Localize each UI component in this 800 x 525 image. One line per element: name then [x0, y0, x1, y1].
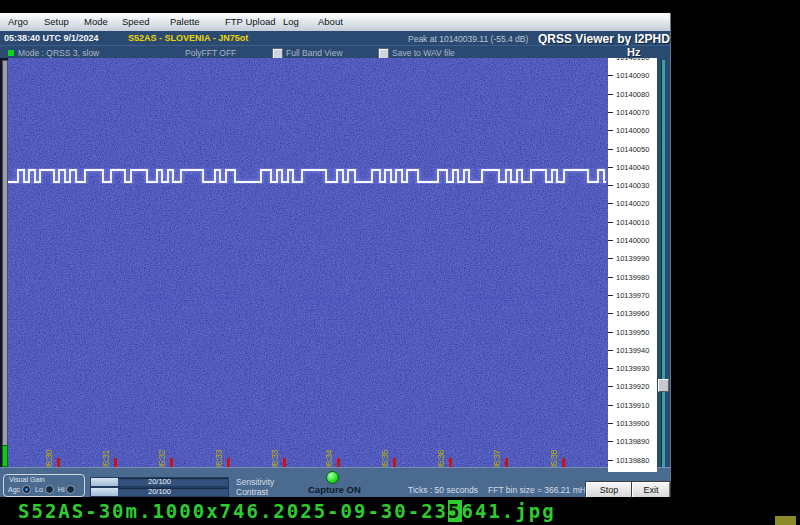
freq-label: 10139970 [616, 291, 649, 300]
freq-tick [608, 258, 613, 259]
menu-item-mode[interactable]: Mode [84, 16, 108, 27]
capture-led-icon [326, 471, 339, 484]
qrss-viewer-window: ArgoSetupModeSpeedPaletteFTP UploadLogAb… [0, 13, 671, 497]
sensitivity-label: Sensitivity [236, 477, 274, 487]
freq-tick [608, 441, 613, 442]
time-tick-mark [393, 458, 396, 467]
freq-label: 10139950 [616, 328, 649, 337]
freq-label: 10139960 [616, 309, 649, 318]
hi-radio[interactable] [66, 485, 75, 494]
frequency-scale: 1014010010140090101400801014007010140060… [608, 58, 657, 472]
ticks-info: Ticks : 50 seconds [408, 485, 478, 495]
freq-label: 10140020 [616, 199, 649, 208]
agc-radio[interactable] [22, 485, 31, 494]
freq-label: 10139930 [616, 364, 649, 373]
freq-tick [608, 405, 613, 406]
freq-label: 10140050 [616, 145, 649, 154]
lo-radio[interactable] [45, 485, 54, 494]
sensitivity-slider[interactable]: 20/100 [90, 477, 229, 487]
freq-tick [608, 185, 613, 186]
frequency-scrollbar-thumb[interactable] [658, 379, 669, 392]
freq-tick [608, 368, 613, 369]
freq-tick [608, 423, 613, 424]
freq-label: 10140080 [616, 90, 649, 99]
mode-active-indicator-icon [8, 50, 14, 56]
freq-tick [608, 130, 613, 131]
frequency-scrollbar-track [661, 60, 665, 468]
freq-label: 10139990 [616, 254, 649, 263]
freq-label: 10139940 [616, 346, 649, 355]
freq-label: 10140090 [616, 71, 649, 80]
freq-tick [608, 75, 613, 76]
contrast-label: Contrast [236, 487, 268, 497]
faint-signal-dash [380, 297, 406, 299]
time-tick-label: 05:36 [436, 438, 449, 467]
time-tick-mark [114, 458, 117, 467]
time-tick-mark [337, 458, 340, 467]
time-tick-mark [227, 458, 230, 467]
menu-item-setup[interactable]: Setup [44, 16, 69, 27]
freq-label: 10139980 [616, 273, 649, 282]
menu-bar: ArgoSetupModeSpeedPaletteFTP UploadLogAb… [0, 13, 670, 32]
time-tick-label: 05:30 [44, 438, 57, 467]
visual-gain-label: Visual Gain [9, 476, 45, 483]
freq-tick [608, 167, 613, 168]
freq-label: 10139920 [616, 382, 649, 391]
freq-label: 10139880 [616, 456, 649, 465]
menu-item-log[interactable]: Log [283, 16, 299, 27]
time-tick-mark [57, 458, 60, 467]
taskbar-fragment [775, 516, 796, 525]
visual-gain-group: Visual Gain Agc Lo Hi [3, 474, 85, 497]
mode-readout: Mode : QRSS 3, slow [18, 48, 99, 58]
freq-label: 10140060 [616, 126, 649, 135]
time-tick-label: 05:34 [324, 438, 337, 467]
terminal-strip: S52AS-30m.1000x746.2025-09-30-235641.jpg [0, 497, 800, 525]
station-callsign: S52AS - SLOVENIA - JN75ot [128, 33, 248, 43]
filename-part1: S52AS-30m.1000x746.2025-09-30-23 [18, 500, 448, 522]
time-tick-label: 05:35 [380, 438, 393, 467]
time-tick-label: 05:37 [492, 438, 505, 467]
freq-tick [608, 295, 613, 296]
filename-part2: 641.jpg [462, 500, 556, 522]
freq-tick [608, 386, 613, 387]
freq-label: 10140030 [616, 181, 649, 190]
freq-label: 10139890 [616, 437, 649, 446]
faint-signal-dash [213, 297, 235, 299]
menu-item-palette[interactable]: Palette [170, 16, 200, 27]
time-tick-label: 05:32 [157, 438, 170, 467]
time-tick-mark [283, 458, 286, 467]
freq-tick [608, 460, 613, 461]
main-area: 05:3005:3105:3205:3305:3305:3405:3505:36… [0, 58, 670, 472]
time-tick-label: 05:33 [214, 438, 227, 467]
time-tick-label: 05:31 [101, 438, 114, 467]
full-band-view-label: Full Band View [286, 48, 343, 58]
frequency-scrollbar[interactable] [657, 58, 669, 472]
time-tick-mark [170, 458, 173, 467]
menu-item-ftp-upload[interactable]: FTP Upload [225, 16, 276, 27]
menu-item-speed[interactable]: Speed [122, 16, 149, 27]
mode-toolbar: Mode : QRSS 3, slow PolyFFT OFF Full Ban… [0, 45, 670, 59]
freq-tick [608, 277, 613, 278]
capture-status: Capture ON [308, 484, 361, 495]
save-wav-label: Save to WAV file [392, 48, 455, 58]
faint-signal-dash [470, 297, 512, 299]
menu-item-argo[interactable]: Argo [8, 16, 28, 27]
terminal-cursor: 5 [448, 500, 461, 522]
time-tick-mark [449, 458, 452, 467]
waterfall-display[interactable]: 05:3005:3105:3205:3305:3305:3405:3505:36… [8, 58, 608, 467]
freq-tick [608, 203, 613, 204]
freq-tick [608, 313, 613, 314]
visual-gain-radios: Agc Lo Hi [8, 485, 77, 494]
saved-filename-text: S52AS-30m.1000x746.2025-09-30-235641.jpg [18, 500, 556, 522]
waterfall-canvas [8, 58, 608, 467]
contrast-slider[interactable]: 20/100 [90, 487, 229, 497]
agc-radio-label: Agc [8, 486, 20, 493]
contrast-value: 20/100 [91, 488, 228, 496]
freq-label: 10140040 [616, 163, 649, 172]
app-title: QRSS Viewer by I2PHD [538, 32, 670, 46]
hi-radio-label: Hi [58, 486, 65, 493]
menu-item-about[interactable]: About [318, 16, 343, 27]
freq-label: 10140070 [616, 108, 649, 117]
time-tick-label: 05:33 [270, 438, 283, 467]
sensitivity-value: 20/100 [91, 478, 228, 486]
